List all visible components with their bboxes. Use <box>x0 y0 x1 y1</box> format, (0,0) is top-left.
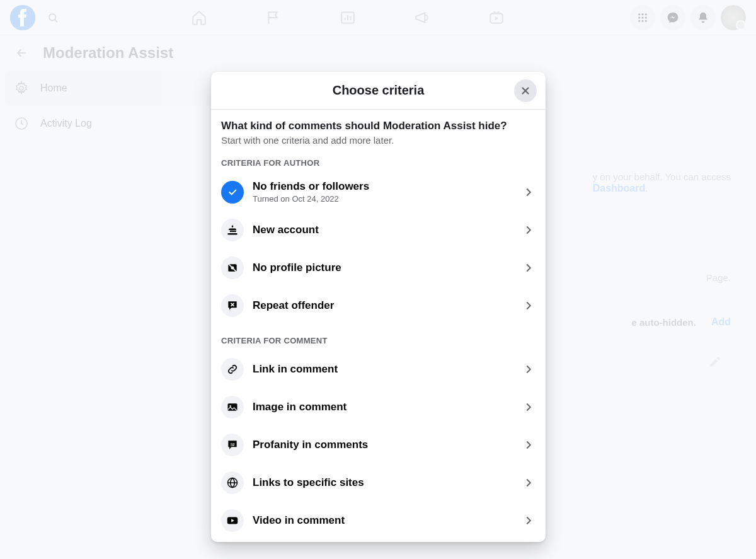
chevron-right-icon <box>522 299 536 313</box>
chevron-right-icon <box>522 400 536 414</box>
svg-text:!#: !# <box>231 442 235 447</box>
chevron-right-icon <box>522 362 536 376</box>
prompt-subtitle: Start with one criteria and add more lat… <box>221 135 536 146</box>
criteria-profanity[interactable]: !# Profanity in comments <box>221 426 536 464</box>
criteria-new-account[interactable]: New account <box>221 211 536 249</box>
close-button[interactable] <box>514 79 537 102</box>
criteria-title: Links to specific sites <box>253 476 513 489</box>
criteria-repeat-offender[interactable]: Repeat offender <box>221 287 536 325</box>
criteria-no-friends[interactable]: No friends or followers Turned on Oct 24… <box>221 173 536 211</box>
close-icon <box>520 85 531 96</box>
criteria-title: Profanity in comments <box>253 439 513 451</box>
criteria-title: Repeat offender <box>253 299 513 312</box>
profanity-icon: !# <box>221 434 244 456</box>
chevron-right-icon <box>522 438 536 452</box>
criteria-image-in-comment[interactable]: Image in comment <box>221 388 536 426</box>
criteria-title: Image in comment <box>253 401 513 413</box>
chevron-right-icon <box>522 514 536 527</box>
globe-icon <box>221 471 244 494</box>
chevron-right-icon <box>522 476 536 490</box>
chevron-right-icon <box>522 185 536 199</box>
choose-criteria-modal: Choose criteria What kind of comments sh… <box>211 72 546 542</box>
image-icon <box>221 396 244 418</box>
chevron-right-icon <box>522 223 536 237</box>
chevron-right-icon <box>522 261 536 275</box>
criteria-specific-sites[interactable]: Links to specific sites <box>221 464 536 502</box>
criteria-subtitle: Turned on Oct 24, 2022 <box>253 194 513 204</box>
section-author-label: CRITERIA FOR AUTHOR <box>221 158 536 168</box>
criteria-title: No profile picture <box>253 262 513 274</box>
modal-title: Choose criteria <box>333 83 425 98</box>
criteria-title: Video in comment <box>253 514 513 527</box>
modal-header: Choose criteria <box>211 72 546 110</box>
prompt-title: What kind of comments should Moderation … <box>221 120 536 132</box>
criteria-title: New account <box>253 224 513 236</box>
section-comment-label: CRITERIA FOR COMMENT <box>221 336 536 345</box>
criteria-title: No friends or followers <box>253 180 513 193</box>
cake-icon <box>221 219 244 241</box>
criteria-keywords[interactable]: Keywords in comments <box>221 539 536 542</box>
criteria-no-profile-picture[interactable]: No profile picture <box>221 249 536 287</box>
checkmark-icon <box>221 181 244 204</box>
video-play-icon <box>221 509 244 532</box>
no-photo-icon <box>221 256 244 279</box>
criteria-video-in-comment[interactable]: Video in comment <box>221 502 536 539</box>
criteria-title: Link in comment <box>253 363 513 376</box>
link-icon <box>221 358 244 381</box>
criteria-link-in-comment[interactable]: Link in comment <box>221 350 536 388</box>
speech-x-icon <box>221 294 244 317</box>
